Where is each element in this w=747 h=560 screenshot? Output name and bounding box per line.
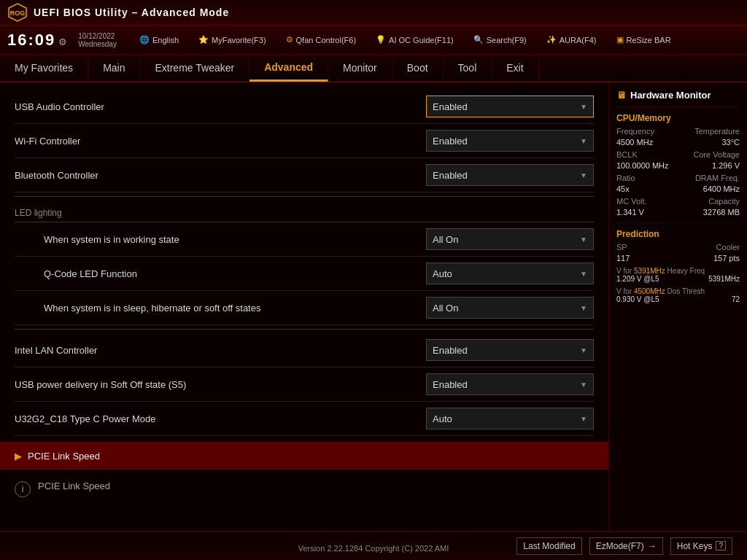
myfav-icon: ⭐ (198, 35, 209, 44)
led-sleep-dropdown[interactable]: All On ▼ (426, 297, 594, 319)
menu-advanced[interactable]: Advanced (249, 54, 328, 82)
ez-mode-btn[interactable]: EzMode(F7) → (589, 537, 663, 555)
intel-lan-dropdown[interactable]: Enabled ▼ (426, 339, 594, 361)
v5391-value-row: 1.209 V @L5 5391MHz (616, 275, 740, 283)
v5391-voltage: 1.209 V @L5 (616, 275, 659, 283)
mc-volt-value: 1.341 V (616, 208, 644, 217)
rog-logo: ROG (7, 2, 28, 23)
v4500-voltage: 0.930 V @L5 (616, 295, 659, 303)
capacity-value: 32768 MB (703, 208, 740, 217)
v5391-prefix: V for (616, 267, 634, 275)
led-working-arrow: ▼ (580, 236, 587, 244)
hot-keys-btn[interactable]: Hot Keys ? (670, 537, 732, 555)
weekday-display: Wednesday (78, 40, 117, 48)
menu-extreme-tweaker[interactable]: Extreme Tweaker (140, 54, 249, 82)
cpu-memory-section: CPU/Memory (616, 113, 740, 123)
usb-audio-label: USB Audio Controller (15, 101, 426, 112)
v4500-row: V for 4500MHz Dos Thresh (616, 287, 740, 295)
bluetooth-dropdown[interactable]: Enabled ▼ (426, 164, 594, 186)
qcode-label: Q-Code LED Function (33, 268, 426, 279)
globe-icon: 🌐 (139, 35, 150, 44)
usb-power-row: USB power delivery in Soft Off state (S5… (15, 368, 594, 402)
main-layout: USB Audio Controller Enabled ▼ Wi-Fi Con… (0, 82, 747, 531)
led-working-dropdown[interactable]: All On ▼ (426, 228, 594, 250)
nav-qfan[interactable]: ⚙ Qfan Control(F6) (282, 34, 361, 46)
v4500-dos: 72 (732, 295, 740, 303)
temperature-label: Temperature (694, 127, 740, 136)
resizebar-icon: ▣ (616, 35, 624, 44)
info-text: PCIE Link Speed (38, 481, 110, 491)
settings-gear-icon[interactable]: ⚙ (58, 36, 67, 47)
intel-lan-arrow: ▼ (580, 346, 587, 354)
wifi-label: Wi-Fi Controller (15, 136, 426, 147)
nav-aura[interactable]: ✨ AURA(F4) (542, 34, 601, 46)
search-icon-top: 🔍 (473, 35, 484, 44)
bclk-label: BCLK (616, 150, 638, 159)
u32g2-row: U32G2_C18 Type C Power Mode Auto ▼ (15, 402, 594, 436)
usb-power-label: USB power delivery in Soft Off state (S5… (15, 379, 426, 390)
usb-audio-dropdown[interactable]: Enabled ▼ (426, 96, 594, 117)
u32g2-label: U32G2_C18 Type C Power Mode (15, 413, 426, 424)
nav-search[interactable]: 🔍 Search(F9) (469, 34, 531, 46)
v4500-suffix: Dos Thresh (665, 287, 705, 295)
frequency-row: Frequency Temperature (616, 127, 740, 136)
nav-english[interactable]: 🌐 English (135, 34, 183, 46)
ez-mode-arrow-icon: → (648, 541, 657, 551)
v5391-heavy: 5391MHz (708, 275, 740, 283)
menu-tool[interactable]: Tool (444, 54, 492, 82)
v4500-value-row: 0.930 V @L5 72 (616, 295, 740, 303)
qcode-arrow: ▼ (580, 270, 587, 278)
intel-lan-label: Intel LAN Controller (15, 345, 426, 356)
nav-resizebar[interactable]: ▣ ReSize BAR (612, 34, 676, 46)
menu-bar: My Favorites Main Extreme Tweaker Advanc… (0, 55, 747, 82)
last-modified-btn[interactable]: Last Modified (516, 537, 581, 555)
led-sleep-arrow: ▼ (580, 304, 587, 312)
nav-aioc[interactable]: 💡 AI OC Guide(F11) (371, 34, 458, 46)
time-bar: 16:09 ⚙ 10/12/2022 Wednesday 🌐 English ⭐… (0, 26, 747, 55)
hw-monitor-title: 🖥 Hardware Monitor (616, 90, 740, 107)
frequency-value-row: 4500 MHz 33°C (616, 138, 740, 147)
aura-icon: ✨ (546, 35, 557, 44)
qcode-row: Q-Code LED Function Auto ▼ (15, 257, 594, 291)
core-volt-label: Core Voltage (693, 150, 740, 159)
led-sleep-row: When system is in sleep, hibernate or so… (15, 291, 594, 325)
wifi-dropdown[interactable]: Enabled ▼ (426, 130, 594, 152)
v5391-freq: 5391MHz (634, 267, 665, 275)
mc-volt-value-row: 1.341 V 32768 MB (616, 208, 740, 217)
u32g2-arrow: ▼ (580, 415, 587, 423)
led-sleep-label: When system is in sleep, hibernate or so… (33, 303, 426, 314)
led-section-header: LED lighting (15, 201, 594, 222)
menu-monitor[interactable]: Monitor (328, 54, 392, 82)
usb-power-arrow: ▼ (580, 381, 587, 389)
v5391-suffix: Heavy Freq (665, 267, 705, 275)
bclk-label-row: BCLK Core Voltage (616, 150, 740, 159)
dram-label: DRAM Freq. (695, 174, 740, 182)
menu-main[interactable]: Main (88, 54, 140, 82)
frequency-label: Frequency (616, 127, 654, 136)
svg-text:ROG: ROG (10, 9, 26, 17)
nav-myfavorite[interactable]: ⭐ MyFavorite(F3) (194, 34, 271, 46)
sp-label: SP (616, 243, 627, 252)
menu-myfavorites[interactable]: My Favorites (0, 54, 88, 82)
usb-power-dropdown[interactable]: Enabled ▼ (426, 373, 594, 395)
pcie-expand-arrow: ▶ (15, 451, 22, 462)
pcie-link-row[interactable]: ▶ PCIE Link Speed (0, 442, 608, 470)
temperature-value: 33°C (721, 138, 740, 147)
app-title: UEFI BIOS Utility – Advanced Mode (34, 7, 740, 18)
u32g2-dropdown[interactable]: Auto ▼ (426, 408, 594, 429)
led-working-row: When system is in working state All On ▼ (15, 222, 594, 257)
date-display: 10/12/2022 (78, 32, 117, 40)
menu-boot[interactable]: Boot (392, 54, 444, 82)
footer-center: Version 2.22.1284 Copyright (C) 2022 AMI (298, 544, 449, 553)
ratio-value: 45x (616, 184, 630, 193)
wifi-row: Wi-Fi Controller Enabled ▼ (15, 124, 594, 158)
core-volt-value: 1.296 V (712, 161, 740, 170)
menu-exit[interactable]: Exit (492, 54, 538, 82)
v5391-row: V for 5391MHz Heavy Freq (616, 267, 740, 275)
sp-value: 117 (616, 254, 630, 262)
v4500-prefix: V for (616, 287, 634, 295)
info-icon: i (15, 481, 31, 497)
v4500-freq: 4500MHz (634, 287, 665, 295)
intel-lan-row: Intel LAN Controller Enabled ▼ (15, 333, 594, 368)
qcode-dropdown[interactable]: Auto ▼ (426, 262, 594, 284)
